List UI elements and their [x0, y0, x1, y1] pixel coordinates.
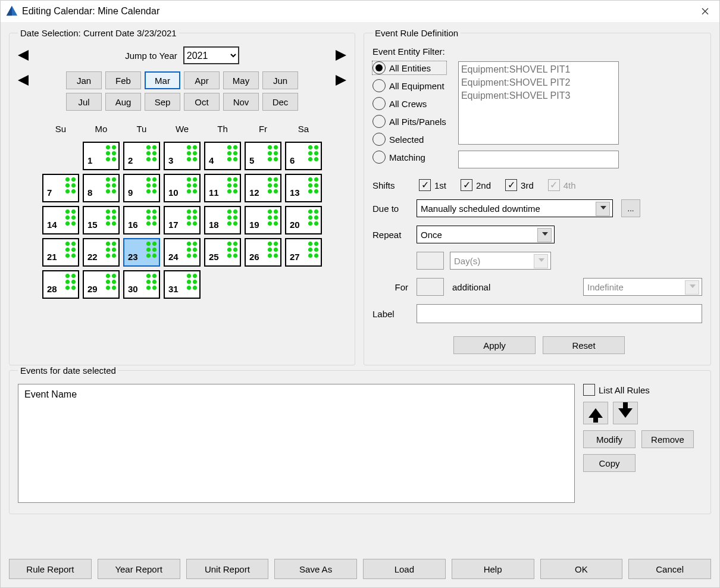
label-input[interactable]	[417, 304, 702, 323]
calendar-day[interactable]: 16	[123, 206, 160, 234]
month-button-mar[interactable]: Mar	[145, 71, 180, 89]
close-button[interactable]	[693, 2, 717, 20]
calendar-day[interactable]: 17	[164, 206, 201, 234]
calendar-day[interactable]: 24	[164, 238, 201, 267]
month-button-aug[interactable]: Aug	[105, 93, 141, 111]
calendar-day[interactable]: 3	[164, 142, 201, 170]
modify-button[interactable]: Modify	[583, 430, 636, 448]
day-number: 28	[47, 284, 57, 294]
event-rule-legend: Event Rule Definition	[372, 28, 461, 38]
entity-list[interactable]: Equipment:SHOVEL PIT1Equipment:SHOVEL PI…	[458, 61, 619, 145]
calendar-day[interactable]: 8	[83, 174, 120, 202]
calendar-day[interactable]: 23	[123, 238, 160, 267]
calendar-day[interactable]: 6	[285, 142, 322, 170]
calendar-day[interactable]: 11	[204, 174, 241, 202]
entity-item[interactable]: Equipment:SHOVEL PIT1	[461, 63, 616, 76]
matching-input[interactable]	[458, 151, 619, 168]
apply-button[interactable]: Apply	[453, 336, 536, 354]
calendar-day[interactable]: 28	[42, 270, 79, 299]
list-all-checkbox[interactable]	[583, 384, 595, 396]
load-button[interactable]: Load	[363, 559, 446, 579]
year-select[interactable]: 2021	[183, 46, 239, 64]
calendar-day[interactable]: 27	[285, 238, 322, 267]
calendar-day[interactable]: 5	[245, 142, 281, 170]
month-button-dec[interactable]: Dec	[262, 93, 298, 111]
filter-radio-matching[interactable]: Matching	[372, 151, 446, 164]
filter-radio-all-pits-panels[interactable]: All Pits/Panels	[372, 115, 446, 128]
due-to-browse-button[interactable]: ...	[621, 199, 640, 217]
month-button-oct[interactable]: Oct	[184, 93, 220, 111]
day-status-dots	[268, 209, 278, 226]
repeat-count-input[interactable]	[417, 252, 444, 270]
shift-checkbox-2nd[interactable]: 2nd	[461, 179, 491, 191]
calendar-day[interactable]: 26	[245, 238, 281, 267]
shift-checkbox-3rd[interactable]: 3rd	[505, 179, 534, 191]
calendar-day[interactable]: 20	[285, 206, 322, 234]
unit-report-button[interactable]: Unit Report	[186, 559, 269, 579]
month-button-nov[interactable]: Nov	[223, 93, 259, 111]
month-button-feb[interactable]: Feb	[105, 71, 141, 89]
calendar-day[interactable]: 7	[42, 174, 79, 202]
repeat-select[interactable]: Once	[417, 226, 555, 243]
entity-item[interactable]: Equipment:SHOVEL PIT2	[461, 76, 616, 89]
calendar-day[interactable]: 15	[83, 206, 120, 234]
repeat-unit-select[interactable]: Day(s)	[450, 252, 551, 270]
entity-item[interactable]: Equipment:SHOVEL PIT3	[461, 89, 616, 102]
calendar-day[interactable]: 30	[123, 270, 160, 299]
prev-year-button[interactable]	[18, 50, 29, 61]
year-report-button[interactable]: Year Report	[98, 559, 180, 579]
move-up-button[interactable]	[583, 402, 608, 424]
save-as-button[interactable]: Save As	[274, 559, 357, 579]
ok-button[interactable]: OK	[540, 559, 623, 579]
calendar-day[interactable]: 13	[285, 174, 322, 202]
calendar-day[interactable]: 18	[204, 206, 241, 234]
rule-report-button[interactable]: Rule Report	[9, 559, 92, 579]
filter-radio-all-crews[interactable]: All Crews	[372, 97, 446, 110]
next-month-button[interactable]	[336, 75, 346, 86]
calendar-day[interactable]: 9	[123, 174, 160, 202]
filter-radio-all-entities[interactable]: All Entities	[372, 61, 446, 74]
day-status-dots	[268, 177, 278, 193]
month-button-may[interactable]: May	[223, 71, 259, 89]
calendar-day[interactable]: 1	[83, 142, 120, 170]
day-number: 19	[249, 220, 259, 230]
arrow-down-icon	[618, 408, 633, 418]
next-year-button[interactable]	[336, 50, 346, 61]
cancel-button[interactable]: Cancel	[628, 559, 711, 579]
reset-button[interactable]: Reset	[543, 336, 625, 354]
calendar-day[interactable]: 29	[83, 270, 120, 299]
remove-button[interactable]: Remove	[641, 430, 694, 448]
move-down-button[interactable]	[613, 402, 638, 424]
calendar-day[interactable]: 2	[123, 142, 160, 170]
filter-radio-all-equipment[interactable]: All Equipment	[372, 79, 446, 92]
radio-label: All Equipment	[389, 81, 444, 91]
month-button-jan[interactable]: Jan	[66, 71, 102, 89]
due-to-select[interactable]: Manually scheduled downtime	[417, 199, 613, 217]
day-status-dots	[308, 242, 318, 258]
day-number: 26	[249, 252, 259, 262]
month-button-jun[interactable]: Jun	[262, 71, 298, 89]
events-list[interactable]: Event Name	[18, 384, 575, 503]
calendar-day[interactable]: 25	[204, 238, 241, 267]
calendar-day[interactable]: 10	[164, 174, 201, 202]
calendar-day[interactable]: 12	[245, 174, 281, 202]
calendar-day[interactable]: 31	[164, 270, 201, 299]
calendar-day[interactable]: 22	[83, 238, 120, 267]
shift-checkbox-1st[interactable]: 1st	[419, 179, 446, 191]
help-button[interactable]: Help	[452, 559, 534, 579]
copy-button[interactable]: Copy	[583, 454, 636, 472]
month-button-apr[interactable]: Apr	[184, 71, 220, 89]
for-unit-select[interactable]: Indefinite	[583, 278, 702, 296]
calendar-day[interactable]: 14	[42, 206, 79, 234]
for-unit-value: Indefinite	[587, 282, 624, 292]
prev-month-button[interactable]	[18, 75, 29, 86]
filter-radio-selected[interactable]: Selected	[372, 133, 446, 146]
month-button-sep[interactable]: Sep	[145, 93, 180, 111]
calendar-day[interactable]: 4	[204, 142, 241, 170]
calendar-day[interactable]: 21	[42, 238, 79, 267]
day-status-dots	[106, 209, 116, 226]
for-count-input[interactable]	[417, 278, 444, 296]
radio-icon	[372, 97, 386, 110]
month-button-jul[interactable]: Jul	[66, 93, 102, 111]
calendar-day[interactable]: 19	[245, 206, 281, 234]
